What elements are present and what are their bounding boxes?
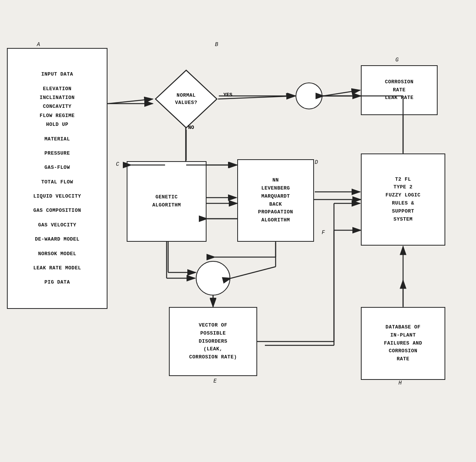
corrosion-rate-text: CORROSIONRATELEAK RATE bbox=[385, 78, 414, 102]
gas-flow-label: GAS-FLOW bbox=[33, 163, 81, 172]
normal-values-diamond: NORMALVALUES? bbox=[154, 68, 219, 130]
label-c: C bbox=[116, 161, 119, 167]
normal-values-text: NORMALVALUES? bbox=[175, 92, 197, 107]
corrosion-rate-box: CORROSIONRATELEAK RATE bbox=[361, 65, 438, 115]
circle-yes bbox=[296, 82, 322, 109]
database-text: DATABASE OFIN-PLANTFAILURES ANDCORROSION… bbox=[384, 323, 422, 363]
no-label: NO bbox=[188, 125, 194, 130]
norsok-label: NORSOK MODEL bbox=[33, 249, 81, 258]
gas-velocity-label: GAS VELOCITY bbox=[33, 221, 81, 229]
database-box: DATABASE OFIN-PLANTFAILURES ANDCORROSION… bbox=[361, 307, 445, 380]
label-e: E bbox=[213, 378, 217, 384]
leak-rate-label: LEAK RATE MODEL bbox=[33, 264, 81, 272]
label-b: B bbox=[215, 41, 218, 48]
label-a: A bbox=[37, 41, 40, 48]
gas-composition-label: GAS COMPOSITION bbox=[33, 206, 81, 215]
t2-fuzzy-text: T2 FLTYPE 2FUZZY LOGICRULES &SUPPORTSYST… bbox=[385, 176, 420, 224]
material-label: MATERIAL bbox=[33, 135, 81, 144]
diagram-container: A INPUT DATA ELEVATIONINCLINATIONCONCAVI… bbox=[0, 0, 476, 462]
dewaard-label: DE-WAARD MODEL bbox=[33, 235, 81, 244]
label-g: G bbox=[395, 57, 398, 63]
pressure-label: PRESSURE bbox=[33, 149, 81, 158]
input-data-box: INPUT DATA ELEVATIONINCLINATIONCONCAVITY… bbox=[7, 48, 107, 309]
liquid-velocity-label: LIQUID VELOCITY bbox=[33, 192, 81, 201]
circle-bottom bbox=[196, 261, 230, 295]
vector-disorders-text: VECTOR OFPOSSIBLEDISORDERS(LEAK,CORROSIO… bbox=[189, 322, 237, 361]
input-data-label: INPUT DATA bbox=[33, 70, 81, 79]
total-flow-label: TOTAL FLOW bbox=[33, 178, 81, 186]
label-d: D bbox=[315, 159, 318, 165]
genetic-algorithm-text: GENETICALGORITHM bbox=[152, 193, 181, 210]
elevation-label: ELEVATIONINCLINATIONCONCAVITYFLOW REGIME… bbox=[33, 84, 81, 129]
label-f: F bbox=[322, 229, 325, 236]
pig-data-label: PIG DATA bbox=[33, 278, 81, 287]
t2-fuzzy-box: T2 FLTYPE 2FUZZY LOGICRULES &SUPPORTSYST… bbox=[361, 153, 445, 246]
genetic-algorithm-box: GENETICALGORITHM bbox=[127, 161, 207, 242]
label-h: H bbox=[398, 380, 402, 386]
nn-levenberg-box: NNLEVENBERGMARQUARDTBACKPROPAGATIONALGOR… bbox=[237, 159, 314, 242]
vector-disorders-box: VECTOR OFPOSSIBLEDISORDERS(LEAK,CORROSIO… bbox=[169, 307, 257, 376]
yes-label: YES bbox=[223, 92, 232, 98]
nn-levenberg-text: NNLEVENBERGMARQUARDTBACKPROPAGATIONALGOR… bbox=[258, 177, 293, 224]
